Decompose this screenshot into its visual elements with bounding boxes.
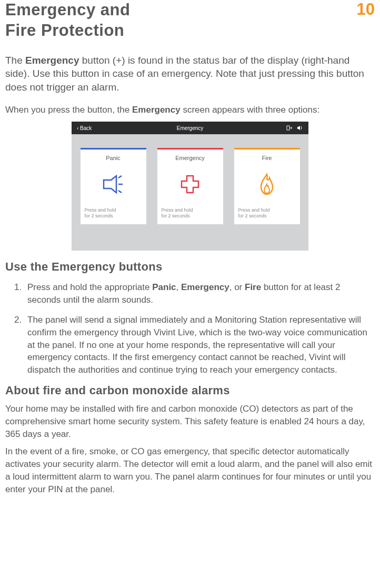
title-line-1: Emergency and (5, 1, 130, 19)
page-number: 10 (357, 0, 375, 19)
about-p1: Your home may be installed with fire and… (5, 403, 375, 440)
panic-card[interactable]: Panic Press and hold for 2 seconds (81, 148, 146, 224)
fire-card[interactable]: Fire Press and hold for 2 seconds (234, 148, 300, 224)
section-use-buttons-heading: Use the Emergency buttons (5, 260, 375, 274)
emergency-caption: Press and hold for 2 seconds (162, 207, 219, 220)
back-button[interactable]: ‹ Back (77, 125, 92, 131)
emergency-bold-2: Emergency (132, 105, 181, 115)
section-about-alarms-heading: About fire and carbon monoxide alarms (5, 384, 375, 397)
fire-card-title: Fire (262, 155, 272, 161)
intro-paragraph: The Emergency button (+) is found in the… (5, 54, 375, 94)
mockup-body: Panic Press and hold for 2 seconds Emerg… (72, 134, 308, 251)
flame-icon (257, 161, 276, 207)
emergency-screen-mockup: ‹ Back Emergency Panic (72, 122, 308, 251)
page-title: Emergency and Fire Protection (5, 0, 130, 41)
svg-line-2 (118, 191, 122, 193)
exit-icon[interactable] (286, 125, 293, 131)
mockup-title: Emergency (177, 125, 204, 131)
emergency-card[interactable]: Emergency Press and hold for 2 seconds (157, 148, 223, 224)
svg-line-0 (118, 176, 122, 178)
volume-icon[interactable] (297, 125, 303, 131)
medical-cross-icon (179, 161, 201, 207)
emergency-bold: Emergency (25, 55, 79, 66)
sub-paragraph: When you press the button, the Emergency… (5, 104, 375, 116)
screenshot-container: ‹ Back Emergency Panic (5, 122, 375, 251)
mockup-header: ‹ Back Emergency (72, 122, 308, 134)
step-1: Press and hold the appropriate Panic, Em… (24, 281, 375, 306)
panic-icon (101, 161, 126, 207)
panic-card-title: Panic (106, 155, 121, 161)
header-right-icons (286, 125, 303, 131)
about-p2: In the event of a fire, smoke, or CO gas… (5, 445, 375, 495)
emergency-card-title: Emergency (175, 155, 205, 161)
fire-caption: Press and hold for 2 seconds (238, 207, 296, 220)
step-2: The panel will send a signal immediately… (24, 314, 375, 376)
panic-caption: Press and hold for 2 seconds (85, 207, 142, 220)
title-line-2: Fire Protection (5, 21, 124, 39)
steps-list: Press and hold the appropriate Panic, Em… (24, 281, 375, 376)
